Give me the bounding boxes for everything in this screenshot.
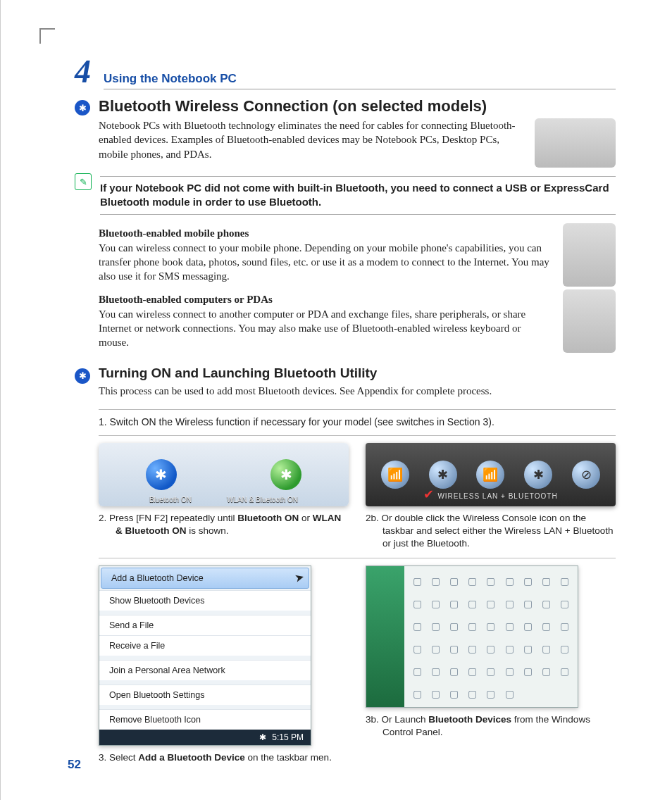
menu-item-add-device: Add a Bluetooth Device — [101, 568, 309, 589]
bluetooth-icon: ✱ — [75, 368, 90, 384]
sub1-row: Bluetooth-enabled mobile phones You can … — [75, 223, 616, 287]
wlan-bluetooth-glyph-icon: ✱ — [270, 459, 301, 490]
section-heading: Bluetooth Wireless Connection (on select… — [99, 97, 616, 115]
taskbar-time: 5:15 PM — [272, 732, 304, 742]
note-text: If your Notebook PC did not come with bu… — [100, 176, 616, 215]
pda-image — [563, 289, 616, 353]
antenna-icon: 📶 — [381, 461, 409, 489]
menu-item-open-settings: Open Bluetooth Settings — [99, 685, 311, 705]
section-bluetooth: ✱ Bluetooth Wireless Connection (on sele… — [75, 97, 616, 168]
wireless-console-screenshot: 📶 ✱ 📶 ✱ ⊘ ✔Wireless LAN + Bluetooth — [366, 443, 616, 506]
note-icon: ✎ — [75, 173, 92, 190]
sub2-text: You can wireless connect to another comp… — [99, 307, 553, 350]
section2-intro: This process can be used to add most Blu… — [99, 384, 616, 398]
bluetooth-icon: ✱ — [75, 100, 90, 115]
page: 4 Using the Notebook PC ✱ Bluetooth Wire… — [0, 0, 672, 800]
shot2-label: Wireless LAN + Bluetooth — [437, 492, 557, 500]
antenna-off-icon: ⊘ — [572, 461, 600, 489]
menu-item-join-pan: Join a Personal Area Network — [99, 660, 311, 680]
note-row: ✎ If your Notebook PC did not come with … — [75, 172, 616, 220]
divider — [99, 409, 616, 410]
control-panel-sidebar — [366, 566, 404, 707]
chapter-title: Using the Notebook PC — [104, 72, 616, 89]
chapter-number: 4 — [75, 53, 91, 90]
shot1-label-b: WLAN & Bluetooth ON — [227, 496, 298, 504]
menu-item-remove-icon: Remove Bluetooth Icon — [99, 709, 311, 730]
check-icon: ✔ — [423, 487, 435, 501]
divider — [99, 558, 616, 558]
antenna-icon: 📶 — [476, 461, 504, 489]
sub1-text: You can wireless connect to your mobile … — [99, 241, 553, 284]
menu-item-show-devices: Show Bluetooth Devices — [99, 590, 311, 611]
section-intro: Notebook PCs with Bluetooth technology e… — [99, 118, 526, 161]
bluetooth-glyph-icon: ✱ — [146, 459, 177, 490]
section-turning-on: ✱ Turning ON and Launching Bluetooth Uti… — [75, 365, 616, 402]
sub2-title: Bluetooth-enabled computers or PDAs — [99, 294, 553, 306]
mouse-image — [535, 118, 616, 168]
phone-image — [563, 223, 616, 287]
section2-heading: Turning ON and Launching Bluetooth Utili… — [99, 365, 616, 381]
bluetooth-tray-icon: ✱ — [259, 732, 266, 742]
sub2-row: Bluetooth-enabled computers or PDAs You … — [75, 289, 616, 353]
page-number: 52 — [68, 758, 81, 772]
antenna-bt-icon: ✱ — [524, 461, 552, 489]
menu-item-receive-file: Receive a File — [99, 635, 311, 656]
screenshot-row-1: ✱ ✱ Bluetooth ON WLAN & Bluetooth ON 2. … — [99, 443, 616, 551]
step-1: 1. Switch ON the Wireless function if ne… — [90, 415, 616, 428]
menu-item-send-file: Send a File — [99, 615, 311, 635]
taskbar: ✱ 5:15 PM — [99, 730, 311, 745]
divider — [99, 435, 616, 436]
step-3: 3. Select Add a Bluetooth Device on the … — [99, 751, 349, 764]
step-2: 2. Press [FN F2] repeatedly until Blueto… — [99, 512, 349, 537]
antenna-bt-icon: ✱ — [429, 461, 457, 489]
step-3b: 3b. Or Launch Bluetooth Devices from the… — [366, 713, 616, 739]
taskbar-menu-screenshot: ➤ Add a Bluetooth Device Show Bluetooth … — [99, 565, 311, 746]
shot1-label-a: Bluetooth ON — [149, 496, 192, 504]
step-2b: 2b. Or double click the Wireless Console… — [366, 512, 616, 551]
control-panel-grid — [404, 566, 578, 707]
control-panel-screenshot — [366, 565, 578, 708]
chapter-header: 4 Using the Notebook PC — [75, 53, 616, 90]
bluetooth-on-screenshot: ✱ ✱ Bluetooth ON WLAN & Bluetooth ON — [99, 443, 349, 506]
crop-mark — [39, 28, 55, 44]
sub1-title: Bluetooth-enabled mobile phones — [99, 227, 553, 239]
screenshot-row-2: ➤ Add a Bluetooth Device Show Bluetooth … — [99, 565, 616, 764]
